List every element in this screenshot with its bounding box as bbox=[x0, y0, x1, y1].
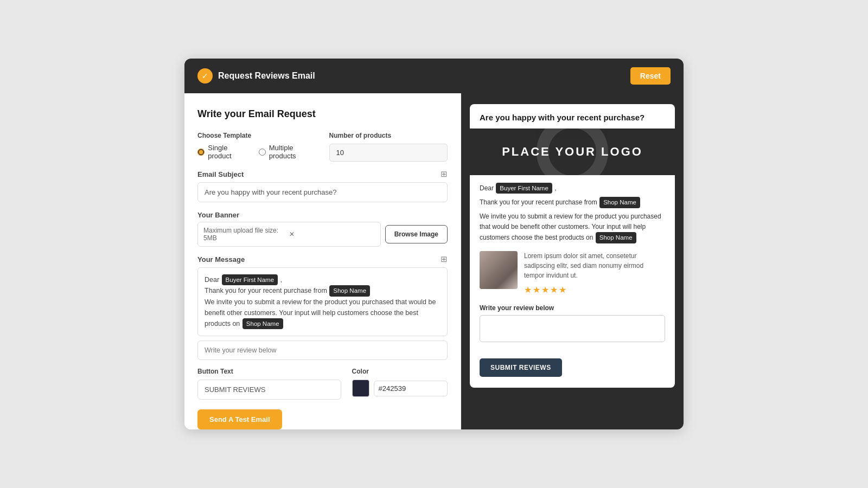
num-products-label: Number of products bbox=[329, 132, 448, 139]
multiple-products-option[interactable]: Multiple products bbox=[259, 144, 316, 160]
browse-image-button[interactable]: Browse Image bbox=[385, 225, 448, 243]
clear-icon[interactable]: ✕ bbox=[289, 230, 375, 238]
shop-tag2-preview: Shop Name bbox=[596, 232, 636, 243]
message-section: Your Message ⊞ Dear Buyer First Name , T… bbox=[197, 254, 448, 360]
email-invite-text-preview: We invite you to submit a review for the… bbox=[480, 211, 665, 243]
comma-text: , bbox=[280, 276, 282, 284]
message-label-row: Your Message ⊞ bbox=[197, 254, 448, 264]
star-1: ★ bbox=[524, 284, 532, 297]
email-subject-label-row: Email Subject ⊞ bbox=[197, 169, 448, 179]
review-textarea-preview[interactable] bbox=[480, 315, 665, 342]
purchase-text: Thank you for your recent purchase from bbox=[205, 287, 327, 294]
lorem-text: Lorem ipsum dolor sit amet, consetetur s… bbox=[524, 252, 643, 279]
logo-banner: PLACE YOUR LOGO bbox=[470, 129, 675, 175]
header-left: ✓ Request Reviews Email bbox=[197, 68, 315, 84]
color-swatch[interactable] bbox=[352, 380, 369, 397]
invite-text: We invite you to submit a review for the… bbox=[205, 298, 436, 328]
message-area[interactable]: Dear Buyer First Name , Thank you for yo… bbox=[197, 267, 448, 336]
shop-tag-preview: Shop Name bbox=[599, 197, 640, 208]
num-products-input[interactable] bbox=[329, 144, 448, 162]
product-image bbox=[480, 251, 518, 289]
template-group: Choose Template Single product Multiple … bbox=[197, 132, 316, 162]
star-4: ★ bbox=[550, 284, 558, 297]
banner-label: Your Banner bbox=[197, 211, 239, 219]
submit-reviews-button-preview[interactable]: SUBMIT REVIEWS bbox=[480, 358, 562, 377]
button-text-input[interactable] bbox=[197, 380, 341, 400]
buyer-tag-preview: Buyer First Name bbox=[496, 183, 552, 194]
message-icon-btn[interactable]: ⊞ bbox=[441, 254, 448, 264]
color-hex-value: #242539 bbox=[374, 381, 448, 396]
logo-banner-text: PLACE YOUR LOGO bbox=[502, 145, 643, 158]
star-2: ★ bbox=[533, 284, 540, 297]
email-subject-label: Email Subject bbox=[197, 170, 244, 178]
review-box-label: Write your review below bbox=[480, 304, 665, 312]
star-3: ★ bbox=[541, 284, 549, 297]
template-row: Choose Template Single product Multiple … bbox=[197, 132, 448, 162]
message-label: Your Message bbox=[197, 255, 245, 264]
header-title: Request Reviews Email bbox=[218, 71, 315, 81]
email-preview: Are you happy with your recent purchase?… bbox=[470, 104, 675, 388]
color-row: #242539 bbox=[352, 380, 448, 397]
main-container: ✓ Request Reviews Email Reset Write your… bbox=[184, 59, 684, 429]
dear-text: Dear bbox=[205, 276, 219, 284]
single-product-label: Single product bbox=[208, 144, 247, 160]
panel-title: Write your Email Request bbox=[197, 108, 448, 120]
star-rating: ★ ★ ★ ★ ★ bbox=[524, 284, 665, 297]
email-question: Are you happy with your recent purchase? bbox=[470, 104, 675, 129]
email-body: Dear Buyer First Name , Thank you for yo… bbox=[470, 175, 675, 352]
banner-section: Your Banner Maximum upload file size: 5M… bbox=[197, 210, 448, 247]
single-product-option[interactable]: Single product bbox=[197, 144, 248, 160]
banner-row: Maximum upload file size: 5MB ✕ Browse I… bbox=[197, 222, 448, 247]
header: ✓ Request Reviews Email Reset bbox=[184, 59, 684, 93]
bottom-row: Button Text Color #242539 bbox=[197, 368, 448, 400]
num-products-group: Number of products bbox=[329, 132, 448, 162]
button-text-group: Button Text bbox=[197, 368, 341, 400]
star-5: ★ bbox=[559, 284, 566, 297]
multiple-products-radio[interactable] bbox=[259, 148, 266, 156]
template-options: Single product Multiple products bbox=[197, 144, 316, 160]
checkmark-icon: ✓ bbox=[197, 68, 213, 84]
banner-placeholder: Maximum upload file size: 5MB bbox=[203, 227, 289, 242]
email-dear-line: Dear Buyer First Name , bbox=[480, 183, 665, 194]
review-placeholder-input[interactable] bbox=[197, 341, 448, 360]
reset-button[interactable]: Reset bbox=[630, 67, 671, 85]
template-label: Choose Template bbox=[197, 132, 316, 139]
multiple-products-label: Multiple products bbox=[269, 144, 316, 160]
purchase-text-preview: Thank you for your recent purchase from bbox=[480, 198, 597, 206]
color-label: Color bbox=[352, 368, 448, 375]
left-panel: Write your Email Request Choose Template… bbox=[184, 93, 461, 429]
product-card: Lorem ipsum dolor sit amet, consetetur s… bbox=[480, 251, 665, 297]
single-product-radio[interactable] bbox=[197, 148, 205, 156]
dear-label-preview: Dear bbox=[480, 184, 494, 192]
buyer-first-name-tag: Buyer First Name bbox=[222, 274, 278, 285]
product-description: Lorem ipsum dolor sit amet, consetetur s… bbox=[524, 251, 665, 297]
content-area: Write your Email Request Choose Template… bbox=[184, 93, 684, 429]
color-group: Color #242539 bbox=[352, 368, 448, 400]
product-image-inner bbox=[480, 251, 518, 289]
email-subject-section: Email Subject ⊞ bbox=[197, 169, 448, 202]
button-text-label: Button Text bbox=[197, 368, 341, 375]
shop-name-tag2: Shop Name bbox=[242, 318, 283, 329]
email-purchase-line: Thank you for your recent purchase from … bbox=[480, 197, 665, 208]
right-panel: Are you happy with your recent purchase?… bbox=[461, 93, 684, 429]
banner-input-wrap: Maximum upload file size: 5MB ✕ bbox=[197, 222, 381, 247]
shop-name-tag1: Shop Name bbox=[329, 285, 370, 296]
email-subject-input[interactable] bbox=[197, 182, 448, 202]
send-test-email-button[interactable]: Send A Test Email bbox=[197, 409, 282, 429]
email-subject-icon-btn[interactable]: ⊞ bbox=[441, 169, 448, 179]
